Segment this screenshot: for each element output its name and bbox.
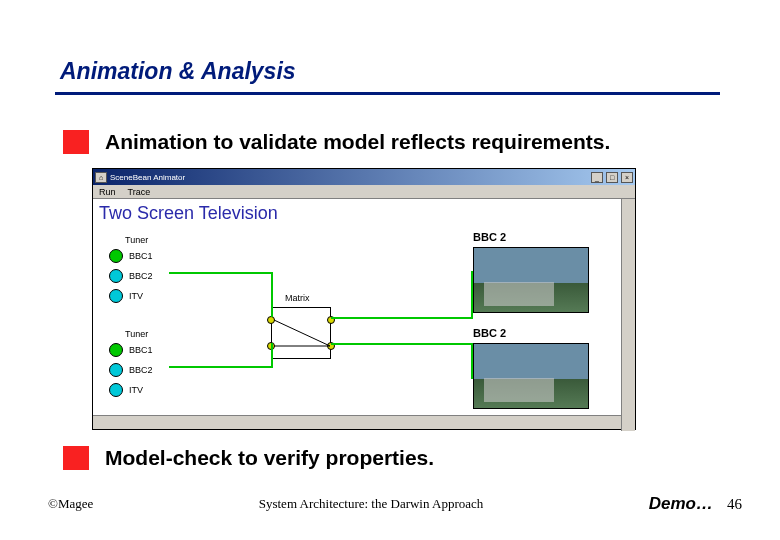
bullet-square-icon [63,446,89,470]
minimize-button[interactable]: _ [591,172,603,183]
window-titlebar: ⌂ SceneBean Animator _ □ × [93,169,635,185]
svg-line-0 [274,320,330,346]
bullet-2-text: Model-check to verify properties. [105,446,434,470]
screen2-caption: BBC 2 [473,327,506,339]
port-dot[interactable] [109,289,123,303]
footer-center: System Architecture: the Darwin Approach [93,496,649,512]
matrix-routing-icon [272,308,332,360]
connector [271,343,273,368]
close-button[interactable]: × [621,172,633,183]
app-icon: ⌂ [95,172,107,183]
scrollbar-horizontal[interactable] [93,415,621,429]
tuner2-label: Tuner [125,329,148,339]
matrix-label: Matrix [285,293,310,303]
title-underline [55,92,720,95]
bullet-2: Model-check to verify properties. [63,446,434,470]
window-title: SceneBean Animator [110,173,588,182]
channel-label: ITV [129,291,143,301]
copyright: ©Magee [48,496,93,512]
bullet-1-text: Animation to validate model reflects req… [105,130,610,154]
scrollbar-vertical[interactable] [621,199,635,431]
menu-run[interactable]: Run [99,187,116,197]
channel-label: BBC2 [129,271,153,281]
connector [271,272,273,317]
menu-trace[interactable]: Trace [128,187,151,197]
connector [169,366,271,368]
maximize-button[interactable]: □ [606,172,618,183]
matrix-component[interactable] [271,307,331,359]
bullet-1: Animation to validate model reflects req… [63,130,610,154]
connector [331,317,473,319]
connector [169,272,271,274]
screen1-thumbnail [473,247,589,313]
demo-link[interactable]: Demo… [649,494,713,514]
channel-label: BBC1 [129,345,153,355]
slide-title: Animation & Analysis [60,58,296,85]
channel-label: BBC1 [129,251,153,261]
tuner1-label: Tuner [125,235,148,245]
port-dot[interactable] [109,343,123,357]
screen2-thumbnail [473,343,589,409]
menu-bar: Run Trace [93,185,635,199]
connector [331,343,473,345]
bullet-square-icon [63,130,89,154]
app-heading: Two Screen Television [99,203,278,224]
channel-label: ITV [129,385,143,395]
slide-footer: ©Magee System Architecture: the Darwin A… [48,494,742,514]
animator-screenshot: ⌂ SceneBean Animator _ □ × Run Trace Two… [92,168,636,430]
port-dot[interactable] [109,363,123,377]
page-number: 46 [727,496,742,513]
canvas-area: Two Screen Television Tuner BBC1 BBC2 IT… [93,199,635,429]
port-dot[interactable] [109,249,123,263]
channel-label: BBC2 [129,365,153,375]
screen1-caption: BBC 2 [473,231,506,243]
port-dot[interactable] [109,269,123,283]
port-dot[interactable] [109,383,123,397]
